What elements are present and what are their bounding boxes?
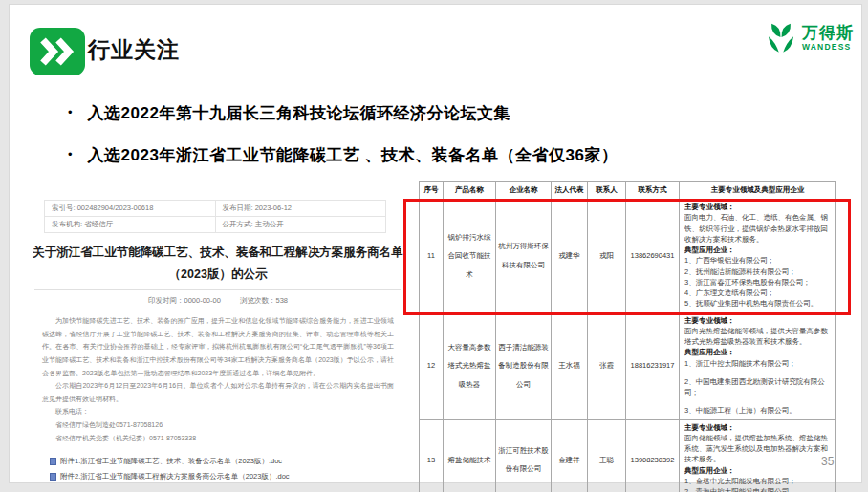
col-header-product: 产品名称: [444, 182, 496, 200]
doc-file-icon: [50, 473, 56, 481]
bullet-dot: •: [68, 147, 73, 161]
domain-text: 面向电力、石油、化工、造纸、有色金属、钢铁、纺织等行业，提供锅炉余热废水零排放回…: [684, 212, 831, 245]
attachment-text-2: 附件2.浙江省工业节能降碳工程解决方案服务商公示名单（2023版）.doc: [60, 472, 290, 481]
bullet-item-2: • 入选2023年浙江省工业节能降碳工艺 、技术、装备名单（全省仅36家）: [68, 144, 756, 166]
brand-logo: 万得斯 WANDESS: [764, 20, 854, 56]
app-item: 4、广东理文造纸有限公司；: [684, 288, 831, 298]
cell-contact: 戎阳: [588, 200, 626, 313]
app-item: 3、中能源工程（上海）有限公司。: [684, 405, 831, 416]
app-item: 1、金塔中光太阳能发电有限公司；: [684, 476, 831, 486]
doc-divider: [34, 289, 401, 290]
doc-body: 为加快节能降碳先进工艺、技术、装备的推广应用，提升工业和信息化领域节能降碳综合服…: [42, 314, 394, 444]
doc-index-field: 索引号: 002482904/2023-00618: [45, 201, 216, 217]
cell-product: 锅炉排污水综合回收节能技术: [444, 200, 496, 313]
table-row-11: 11 锅炉排污水综合回收节能技术 杭州万得斯环保科技有限公司 戎建华 戎阳 13…: [420, 200, 836, 313]
cell-no: 13: [420, 419, 444, 492]
col-header-phone: 联系方式: [626, 182, 680, 200]
cell-contact: 张霞: [588, 312, 626, 419]
cell-no: 12: [420, 312, 444, 419]
col-header-company: 企业名称: [496, 182, 552, 200]
cell-domain-detail: 主要专业领域： 面向光热熔盐储能等领域，提供大容量高参数塔式光热熔盐吸热器装置和…: [680, 312, 836, 419]
cell-contact: 王聪: [588, 419, 626, 492]
brand-logo-text: 万得斯 WANDESS: [802, 25, 854, 53]
app-item: 1、浙江中控太阳能技术有限公司；: [684, 358, 831, 369]
doc-attachments: 附件1.浙江省工业节能降碳工艺、技术、装备公示名单（2023版）.doc 附件2…: [50, 457, 415, 481]
doc-pubdate-field: 发布日期: 2023-06-12: [215, 201, 386, 217]
doc-print-time: 印发时间：0000-00-00: [148, 296, 221, 305]
cell-phone: 13908230392: [626, 419, 680, 492]
page-number: 35: [821, 455, 834, 468]
doc-agency-field: 发布机构: 省经信厅: [45, 217, 216, 233]
cell-legal-rep: 戎建华: [552, 200, 588, 313]
brand-name: 万得斯: [802, 25, 854, 43]
table-row-12: 12 大容量高参数塔式光热熔盐吸热器 西子清洁能源装备制造股份有限公司 王水福 …: [420, 312, 836, 419]
cell-company: 杭州万得斯环保科技有限公司: [496, 200, 552, 313]
cell-phone: 18816231917: [626, 312, 680, 419]
plant-logo-icon: [764, 20, 798, 56]
app-item: 2、抚州能洁新能源科技有限公司；: [684, 267, 831, 277]
cell-company: 西子清洁能源装备制造股份有限公司: [496, 312, 552, 419]
col-header-legal-rep: 法人代表: [552, 182, 588, 200]
doc-file-icon: [50, 458, 56, 465]
bullet-item-1: • 入选2022年第十九届长三角科技论坛循环经济分论坛文集: [68, 102, 756, 124]
bullet-text-2: 入选2023年浙江省工业节能降碳工艺 、技术、装备名单（全省仅36家）: [88, 144, 618, 166]
service-provider-table: 序号 产品名称 企业名称 法人代表 联系人 联系方式 主要专业领域及典型应用企业…: [419, 181, 836, 492]
doc-paragraph-2: 公示期自2023年6月12日至2023年6月16日。单位或者个人如对公示名单持有…: [42, 379, 394, 405]
attachment-link-2[interactable]: 附件2.浙江省工业节能降碳工程解决方案服务商公示名单（2023版）.doc: [50, 472, 415, 481]
page-title: 行业关注: [88, 35, 180, 65]
bullet-text-1: 入选2022年第十九届长三角科技论坛循环经济分论坛文集: [88, 102, 510, 124]
domain-label: 主要专业领域：: [684, 422, 831, 433]
bullet-dot: •: [68, 105, 73, 119]
doc-contact-phone-2: 省经信厅机关党委（机关纪委）0571-87053338: [42, 432, 394, 445]
apps-label: 典型应用企业：: [684, 347, 831, 357]
col-header-domain: 主要专业领域及典型应用企业: [680, 182, 836, 200]
col-header-contact: 联系人: [588, 182, 626, 200]
app-item: 5、抚顺矿业集团中机热电有限责任公司。: [684, 298, 831, 309]
cell-domain-detail: 主要专业领域： 面向储能领域，提供熔盐加热系统、熔盐储热系统、蒸汽发生系统以及电…: [680, 419, 836, 492]
table-header-row: 序号 产品名称 企业名称 法人代表 联系人 联系方式 主要专业领域及典型应用企业: [420, 182, 836, 200]
domain-text: 面向储能领域，提供熔盐加热系统、熔盐储热系统、蒸汽发生系统以及电加热器解决方案和…: [684, 433, 831, 465]
apps-label: 典型应用企业：: [684, 245, 831, 255]
bullet-list: • 入选2022年第十九届长三角科技论坛循环经济分论坛文集 • 入选2023年浙…: [68, 102, 756, 186]
cell-legal-rep: 王水福: [552, 312, 588, 419]
cell-phone: 13862690431: [626, 200, 680, 313]
slide: 行业关注 万得斯 WANDESS • 入选2022年第十九届长三角科技论坛循环经…: [9, 4, 862, 483]
attachment-link-1[interactable]: 附件1.浙江省工业节能降碳工艺、技术、装备公示名单（2023版）.doc: [50, 457, 415, 466]
double-chevron-icon: [30, 28, 85, 75]
doc-stats-line: 印发时间：0000-00-00 浏览次数：538: [21, 296, 415, 306]
brand-subtitle: WANDESS: [802, 42, 854, 52]
cell-legal-rep: 金建祥: [552, 419, 588, 492]
attachment-text-1: 附件1.浙江省工业节能降碳工艺、技术、装备公示名单（2023版）.doc: [60, 457, 282, 466]
app-item: 3、浙江富春江环保热电股份有限公司；: [684, 277, 831, 288]
domain-label: 主要专业领域：: [684, 202, 831, 212]
apps-label: 典型应用企业：: [684, 465, 831, 476]
cell-company: 浙江可胜技术股份有限公司: [496, 419, 552, 492]
doc-meta-table: 索引号: 002482904/2023-00618 发布日期: 2023-06-…: [44, 200, 386, 233]
doc-title: 关于浙江省工业节能降碳工艺、技术、装备和工程解决方案服务商名单（2023版）的公…: [31, 242, 405, 285]
app-item: 2、中国电建集团西北勘测设计研究院有限公司；: [684, 376, 831, 398]
domain-label: 主要专业领域：: [684, 315, 831, 326]
doc-contact-phone-1: 省经信厅绿色制造处0571-87058126: [42, 418, 394, 432]
table-row-13: 13 熔盐储能技术 浙江可胜技术股份有限公司 金建祥 王聪 1390823039…: [420, 419, 836, 492]
col-header-no: 序号: [420, 182, 444, 200]
doc-paragraph-1: 为加快节能降碳先进工艺、技术、装备的推广应用，提升工业和信息化领域节能降碳综合服…: [42, 314, 394, 379]
cell-no: 11: [420, 200, 444, 313]
cell-product: 熔盐储能技术: [444, 419, 496, 492]
cell-product: 大容量高参数塔式光热熔盐吸热器: [444, 312, 496, 419]
app-item: 1、广西华银铝业有限公司；: [684, 255, 831, 266]
doc-contact-label: 联系电话：: [42, 405, 394, 418]
chevron-glyphs: [39, 37, 76, 66]
app-item: 2、青海中控太阳能发电有限公司。: [684, 486, 831, 492]
domain-text: 面向光热熔盐储能等领域，提供大容量高参数塔式光热熔盐吸热器装置和技术服务。: [684, 326, 831, 348]
gov-document-panel: 索引号: 002482904/2023-00618 发布日期: 2023-06-…: [21, 186, 415, 442]
doc-view-count: 浏览次数：538: [240, 296, 288, 305]
cell-domain-detail: 主要专业领域： 面向电力、石油、化工、造纸、有色金属、钢铁、纺织等行业，提供锅炉…: [680, 200, 836, 313]
doc-openmode-field: 公开方式: 主动公开: [215, 217, 386, 233]
